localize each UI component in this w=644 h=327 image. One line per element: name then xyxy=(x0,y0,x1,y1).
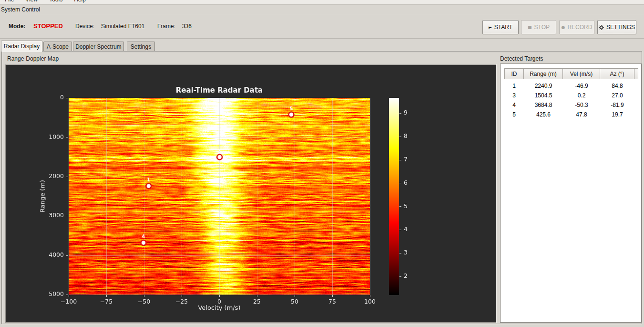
table-cell: 27.0 xyxy=(600,91,634,100)
menu-help[interactable]: Help xyxy=(74,0,86,4)
frame-label: Frame: xyxy=(157,23,175,30)
table-cell: 1504.5 xyxy=(524,91,563,100)
column-header-filler xyxy=(634,68,638,79)
table-cell: 425.6 xyxy=(524,110,563,119)
table-cell: 4 xyxy=(504,100,524,110)
device-value: Simulated FT601 xyxy=(101,23,144,30)
table-cell: 84.8 xyxy=(600,81,634,91)
range-doppler-heatmap[interactable] xyxy=(6,65,496,322)
table-row[interactable]: 12240.9-46.984.8 xyxy=(504,81,638,91)
frame-value: 336 xyxy=(182,23,192,30)
mode-label: Mode: xyxy=(9,23,25,30)
table-cell: 47.8 xyxy=(563,110,600,119)
gear-icon xyxy=(599,25,604,30)
device-label: Device: xyxy=(75,23,94,30)
targets-table-header: ID Range (m) Vel (m/s) Az (°) xyxy=(504,68,638,79)
system-control-bar: Mode: STOPPED Device: Simulated FT601 Fr… xyxy=(0,15,644,39)
table-cell: -46.9 xyxy=(563,81,600,91)
detected-targets-label: Detected Targets xyxy=(500,55,543,62)
tab-radar-display[interactable]: Radar Display xyxy=(1,41,42,52)
detected-targets-panel: ID Range (m) Vel (m/s) Az (°) 12240.9-46… xyxy=(500,63,642,323)
targets-table-body: 12240.9-46.984.831504.50.227.043684.8-50… xyxy=(504,79,638,119)
range-doppler-plot-panel: Real-Time Radar Data Velocity (m/s) Rang… xyxy=(5,64,496,323)
column-header-az[interactable]: Az (°) xyxy=(600,68,634,79)
table-cell: 0.2 xyxy=(563,91,600,100)
menu-bar: File View Tools Help xyxy=(0,0,644,5)
chart-title: Real-Time Radar Data xyxy=(69,86,370,95)
table-row[interactable]: 43684.8-50.3-81.9 xyxy=(504,100,638,110)
stop-icon: ■ xyxy=(528,25,532,30)
start-button[interactable]: ► START xyxy=(482,20,519,34)
table-cell: 1 xyxy=(504,81,524,91)
table-cell: 2240.9 xyxy=(524,81,563,91)
column-header-range[interactable]: Range (m) xyxy=(524,68,563,79)
range-doppler-map-label: Range-Doppler Map xyxy=(7,55,59,62)
table-cell: 5 xyxy=(504,110,524,119)
column-header-id[interactable]: ID xyxy=(504,68,524,79)
table-cell: 3684.8 xyxy=(524,100,563,110)
menu-view[interactable]: View xyxy=(25,0,38,4)
targets-table: ID Range (m) Vel (m/s) Az (°) 12240.9-46… xyxy=(504,68,638,119)
tab-a-scope[interactable]: A-Scope xyxy=(43,42,72,52)
stop-button[interactable]: ■ STOP xyxy=(521,20,556,34)
table-row[interactable]: 31504.50.227.0 xyxy=(504,91,638,100)
table-cell: -81.9 xyxy=(600,100,634,110)
radar-display-tab-page: Range-Doppler Map Real-Time Radar Data V… xyxy=(1,51,642,324)
mode-value: STOPPED xyxy=(33,22,63,30)
menu-tools[interactable]: Tools xyxy=(49,0,62,4)
table-cell: 3 xyxy=(504,91,524,100)
menu-file[interactable]: File xyxy=(5,0,14,4)
tab-doppler-spectrum[interactable]: Doppler Spectrum xyxy=(73,42,124,52)
y-axis-label: Range (m) xyxy=(39,180,46,212)
settings-button[interactable]: SETTINGS xyxy=(597,20,636,34)
column-header-vel[interactable]: Vel (m/s) xyxy=(563,68,600,79)
table-cell: 19.7 xyxy=(600,110,634,119)
record-button[interactable]: ● RECORD xyxy=(559,20,594,34)
record-icon: ● xyxy=(562,25,565,30)
system-control-label: System Control xyxy=(1,6,40,13)
table-row[interactable]: 5425.647.819.7 xyxy=(504,110,638,119)
x-axis-label: Velocity (m/s) xyxy=(69,304,370,311)
play-icon: ► xyxy=(489,25,492,30)
tab-settings[interactable]: Settings xyxy=(127,42,155,52)
table-cell: -50.3 xyxy=(563,100,600,110)
